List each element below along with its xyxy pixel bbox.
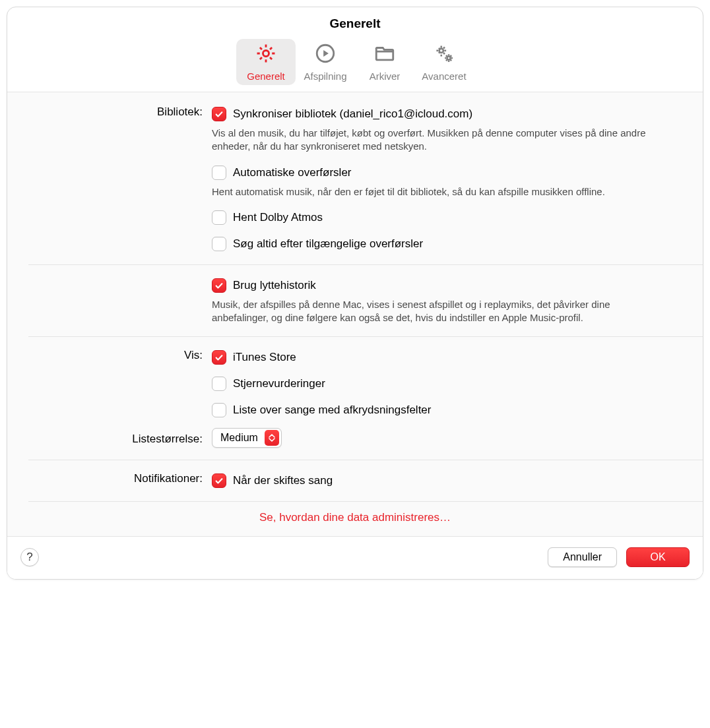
listen-history-desc: Musik, der afspilles på denne Mac, vises… <box>212 298 667 325</box>
search-downloads-checkbox[interactable] <box>212 237 226 251</box>
svg-point-0 <box>263 50 269 56</box>
star-ratings-label: Stjernevurderinger <box>233 377 325 390</box>
tab-files[interactable]: Arkiver <box>355 39 414 85</box>
tab-general[interactable]: Generelt <box>236 39 296 85</box>
help-button[interactable]: ? <box>20 548 39 566</box>
star-ratings-checkbox[interactable] <box>212 377 226 391</box>
tab-label: Afspilning <box>304 71 346 82</box>
svg-point-3 <box>447 57 451 60</box>
tab-label: Arkiver <box>370 71 401 82</box>
listsize-value: Medium <box>220 432 265 444</box>
song-change-notification-checkbox[interactable] <box>212 473 226 488</box>
auto-downloads-desc: Hent automatisk musik, når den er føjet … <box>212 185 667 198</box>
auto-downloads-checkbox[interactable] <box>212 166 226 180</box>
tab-bar: Generelt Afspilning Arkiver Avanceret <box>7 36 703 92</box>
listsize-select[interactable]: Medium <box>212 428 282 448</box>
footer-bar: ? Annuller OK <box>7 536 703 579</box>
window-title: Generelt <box>7 7 703 36</box>
ok-button-label: OK <box>650 551 665 563</box>
listsize-label: Listestørrelse: <box>7 430 212 446</box>
songlist-checkboxes-label: Liste over sange med afkrydsningsfelter <box>233 404 432 417</box>
dolby-atmos-label: Hent Dolby Atmos <box>233 211 323 224</box>
tab-playback[interactable]: Afspilning <box>296 39 355 85</box>
play-icon <box>314 42 337 68</box>
gear-icon <box>255 42 277 68</box>
search-downloads-label: Søg altid efter tilgængelige overførsler <box>233 237 423 251</box>
tab-label: Avanceret <box>422 71 466 82</box>
manage-data-link[interactable]: Se, hvordan dine data administreres… <box>7 502 703 536</box>
notifications-label: Notifikationer: <box>7 472 212 485</box>
help-icon: ? <box>26 551 32 564</box>
chevron-up-down-icon <box>265 430 279 446</box>
cancel-button-label: Annuller <box>563 551 602 563</box>
listen-history-checkbox[interactable] <box>212 278 226 293</box>
show-label: Vis: <box>7 349 212 362</box>
sync-library-label: Synkroniser bibliotek (daniel_rico1@iclo… <box>233 107 472 121</box>
tab-advanced[interactable]: Avanceret <box>414 39 474 85</box>
itunes-store-label: iTunes Store <box>233 351 296 364</box>
ok-button[interactable]: OK <box>626 547 690 567</box>
cancel-button[interactable]: Annuller <box>548 547 617 567</box>
content-area: Bibliotek: Synkroniser bibliotek (daniel… <box>7 92 703 536</box>
songlist-checkboxes-checkbox[interactable] <box>212 403 226 417</box>
auto-downloads-label: Automatiske overførsler <box>233 166 352 179</box>
dolby-atmos-checkbox[interactable] <box>212 210 226 225</box>
sync-library-desc: Vis al den musik, du har tilføjet, købt … <box>212 127 667 154</box>
itunes-store-checkbox[interactable] <box>212 350 226 365</box>
sync-library-checkbox[interactable] <box>212 107 226 121</box>
gears-icon <box>433 42 455 68</box>
listen-history-label: Brug lyttehistorik <box>233 279 316 292</box>
preferences-window: Generelt Generelt Afspilning Arkiver Ava… <box>7 7 703 580</box>
folder-icon <box>373 42 396 68</box>
tab-label: Generelt <box>247 71 285 82</box>
library-label: Bibliotek: <box>7 106 212 119</box>
song-change-notification-label: Når der skiftes sang <box>233 474 333 487</box>
